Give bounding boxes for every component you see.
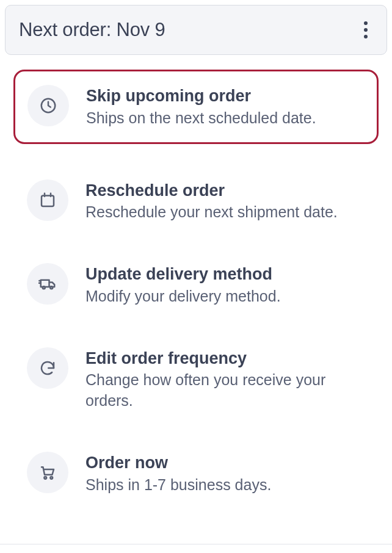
option-desc: Reschedule your next shipment date. [85, 202, 338, 223]
next-order-header: Next order: Nov 9 [5, 5, 387, 55]
refresh-icon [27, 347, 68, 389]
kebab-dot-icon [364, 35, 368, 38]
cart-icon [27, 452, 68, 493]
subscription-order-panel: Next order: Nov 9 Skip upcoming order Sh… [0, 5, 392, 553]
option-reschedule-order[interactable]: Reschedule order Reschedule your next sh… [13, 165, 379, 238]
option-title: Order now [85, 453, 271, 474]
option-desc: Change how often you receive your orders… [85, 370, 365, 411]
kebab-dot-icon [364, 28, 368, 32]
truck-icon [27, 263, 68, 305]
option-edit-order-frequency[interactable]: Edit order frequency Change how often yo… [13, 333, 379, 426]
option-title: Edit order frequency [85, 349, 365, 369]
option-text: Edit order frequency Change how often yo… [85, 347, 365, 411]
clock-icon [27, 85, 69, 126]
option-desc: Ships on the next scheduled date. [86, 108, 316, 129]
cancel-auto-refills-link[interactable]: Cancel auto refills [0, 544, 392, 553]
option-title: Skip upcoming order [86, 86, 316, 107]
option-text: Order now Ships in 1-7 business days. [85, 452, 271, 496]
calendar-icon [27, 179, 68, 221]
option-desc: Modify your delivery method. [85, 286, 281, 307]
option-order-now[interactable]: Order now Ships in 1-7 business days. [13, 437, 379, 510]
more-menu-button[interactable] [357, 19, 374, 41]
svg-point-4 [44, 477, 46, 479]
option-title: Update delivery method [85, 264, 281, 285]
option-text: Reschedule order Reschedule your next sh… [85, 179, 338, 223]
svg-point-5 [50, 477, 53, 479]
order-options-list: Skip upcoming order Ships on the next sc… [0, 55, 392, 539]
kebab-dot-icon [364, 21, 368, 25]
option-title: Reschedule order [85, 181, 338, 201]
option-text: Update delivery method Modify your deliv… [85, 263, 281, 307]
option-skip-upcoming-order[interactable]: Skip upcoming order Ships on the next sc… [13, 70, 379, 144]
svg-rect-1 [42, 195, 54, 206]
option-text: Skip upcoming order Ships on the next sc… [86, 85, 316, 129]
option-desc: Ships in 1-7 business days. [85, 475, 271, 496]
next-order-title: Next order: Nov 9 [19, 19, 165, 41]
option-update-delivery-method[interactable]: Update delivery method Modify your deliv… [13, 248, 379, 322]
